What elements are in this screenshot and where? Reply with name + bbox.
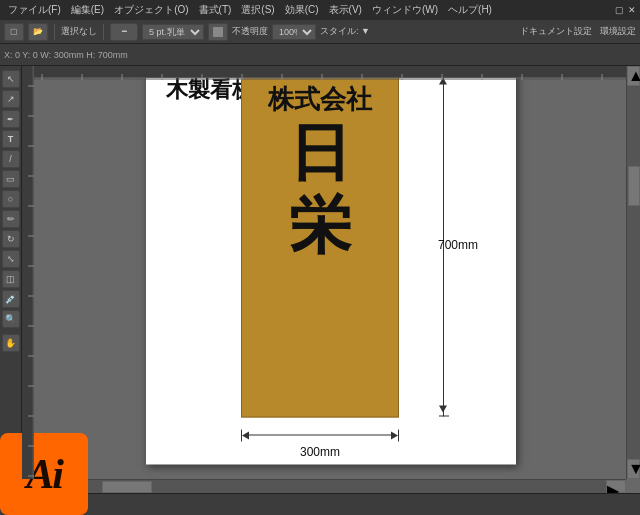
fill-btn[interactable] xyxy=(208,23,228,41)
scrollbar-thumb-h[interactable] xyxy=(102,481,152,493)
menu-help[interactable]: ヘルプ(H) xyxy=(444,3,496,17)
pt-select[interactable]: 5 pt.乳単 xyxy=(142,24,204,40)
select-tool[interactable]: ↖ xyxy=(2,70,20,88)
menu-edit[interactable]: 編集(E) xyxy=(67,3,108,17)
zoom-select[interactable]: 100% xyxy=(272,24,316,40)
dim-width-container: 300mm xyxy=(241,429,399,458)
eyedropper-tool[interactable]: 💉 xyxy=(2,290,20,308)
toolbox: ↖ ↗ ✒ T / ▭ ○ ✏ ↻ ⤡ ◫ 💉 xyxy=(0,66,22,493)
sign-char-1: 日 xyxy=(289,118,351,186)
scrollbar-horizontal[interactable]: ◀ ▶ xyxy=(22,479,626,493)
env-settings-label[interactable]: 環境設定 xyxy=(600,25,636,38)
gradient-tool[interactable]: ◫ xyxy=(2,270,20,288)
dim-height-label: 700mm xyxy=(438,238,478,252)
scrollbar-down-btn[interactable]: ▼ xyxy=(627,459,640,479)
pen-tool[interactable]: ✒ xyxy=(2,110,20,128)
brush-tool[interactable]: ✏ xyxy=(2,210,20,228)
dim-width-tick-right xyxy=(398,429,399,441)
menu-select[interactable]: 選択(S) xyxy=(237,3,278,17)
doc-settings-label[interactable]: ドキュメント設定 xyxy=(520,25,592,38)
dim-arrow-left xyxy=(242,431,249,439)
sep1 xyxy=(54,24,55,40)
toolbar-secondary: X: 0 Y: 0 W: 300mm H: 700mm xyxy=(0,44,640,66)
dim-width-line xyxy=(249,435,391,436)
dim-width-label: 300mm xyxy=(241,444,399,458)
dim-arrow-down xyxy=(439,405,447,412)
menu-window[interactable]: ウィンドウ(W) xyxy=(368,3,442,17)
sep2 xyxy=(103,24,104,40)
dim-tick-bottom xyxy=(439,415,449,416)
rotate-tool[interactable]: ↻ xyxy=(2,230,20,248)
new-btn[interactable]: ▢ xyxy=(4,23,24,41)
artboard: 木製看板 株式会社 日 栄 700mm xyxy=(146,66,516,464)
selection-label: 選択なし xyxy=(61,25,97,38)
canvas-area[interactable]: 木製看板 株式会社 日 栄 700mm xyxy=(22,66,640,493)
open-btn[interactable]: 📂 xyxy=(28,23,48,41)
style-label: スタイル: ▼ xyxy=(320,25,370,38)
status-bar: ▼ 手のひら xyxy=(0,493,640,515)
ellipse-tool[interactable]: ○ xyxy=(2,190,20,208)
coords-label: X: 0 Y: 0 W: 300mm H: 700mm xyxy=(4,50,128,60)
opacity-label: 不透明度 xyxy=(232,25,268,38)
scrollbar-right-btn[interactable]: ▶ xyxy=(606,480,626,493)
dim-arrow-right xyxy=(391,431,398,439)
dim-width-row xyxy=(241,429,399,441)
menu-format[interactable]: 書式(T) xyxy=(195,3,236,17)
type-tool[interactable]: T xyxy=(2,130,20,148)
menu-object[interactable]: オブジェクト(O) xyxy=(110,3,192,17)
sign-text-top: 株式会社 xyxy=(268,83,372,114)
line-tool[interactable]: / xyxy=(2,150,20,168)
toolbar-main: ▢ 📂 選択なし ━ 5 pt.乳単 不透明度 100% スタイル: ▼ ドキュ… xyxy=(0,20,640,44)
menu-bar: ファイル(F) 編集(E) オブジェクト(O) 書式(T) 選択(S) 効果(C… xyxy=(0,0,640,20)
scrollbar-up-btn[interactable]: ▲ xyxy=(627,66,640,86)
scale-tool[interactable]: ⤡ xyxy=(2,250,20,268)
ruler-top xyxy=(22,66,626,78)
main-layout: ↖ ↗ ✒ T / ▭ ○ ✏ ↻ ⤡ ◫ 💉 xyxy=(0,66,640,493)
wooden-sign: 株式会社 日 栄 700mm xyxy=(241,72,399,417)
scrollbar-thumb-v[interactable] xyxy=(628,166,640,206)
zoom-tool[interactable]: 🔍 xyxy=(2,310,20,328)
stroke-btn[interactable]: ━ xyxy=(110,23,138,41)
menu-effect[interactable]: 効果(C) xyxy=(281,3,323,17)
direct-select-tool[interactable]: ↗ xyxy=(2,90,20,108)
scrollbar-vertical[interactable]: ▲ ▼ xyxy=(626,66,640,479)
menu-view[interactable]: 表示(V) xyxy=(325,3,366,17)
hand-tool[interactable]: ✋ xyxy=(2,334,20,352)
menu-file[interactable]: ファイル(F) xyxy=(4,3,65,17)
rect-tool[interactable]: ▭ xyxy=(2,170,20,188)
ai-logo: Ai xyxy=(0,433,88,515)
ruler-left xyxy=(22,66,34,479)
sign-char-2: 栄 xyxy=(289,190,351,258)
